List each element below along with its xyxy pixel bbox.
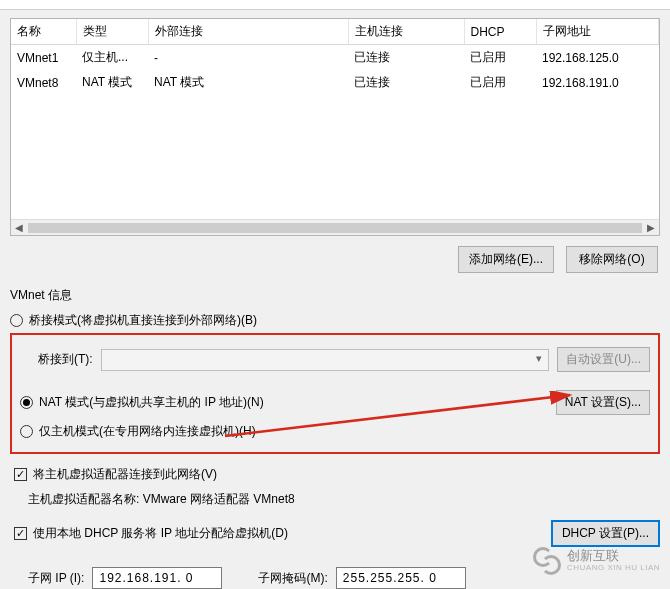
col-header-type[interactable]: 类型 <box>76 19 148 45</box>
titlebar: 虚拟网络编辑器 × <box>0 0 670 10</box>
content-area: 名称 类型 外部连接 主机连接 DHCP 子网地址 VMnet1 仅主机... … <box>0 10 670 589</box>
radio-icon <box>20 396 33 409</box>
bridge-to-select[interactable] <box>101 349 550 371</box>
table-button-row: 添加网络(E)... 移除网络(O) <box>10 246 658 273</box>
dhcp-check-row[interactable]: ✓ 使用本地 DHCP 服务将 IP 地址分配给虚拟机(D) DHCP 设置(P… <box>10 516 660 551</box>
bridge-to-label: 桥接到(T): <box>38 351 93 368</box>
bridge-to-row: 桥接到(T): 自动设置(U)... <box>20 343 650 376</box>
hostonly-mode-option[interactable]: 仅主机模式(在专用网络内连接虚拟机)(H) <box>20 419 650 444</box>
subnet-ip-input[interactable] <box>92 567 222 589</box>
cell-subnet: 192.168.125.0 <box>536 45 659 71</box>
cell-host: 已连接 <box>348 70 464 95</box>
scroll-right-icon[interactable]: ▶ <box>643 220 659 235</box>
bridge-mode-label: 桥接模式(将虚拟机直接连接到外部网络)(B) <box>29 312 257 329</box>
cell-type: 仅主机... <box>76 45 148 71</box>
vmnet-info-label: VMnet 信息 <box>10 287 660 304</box>
cell-ext: NAT 模式 <box>148 70 348 95</box>
nat-mode-option[interactable]: NAT 模式(与虚拟机共享主机的 IP 地址)(N) NAT 设置(S)... <box>20 386 650 419</box>
radio-icon <box>20 425 33 438</box>
table-header-row: 名称 类型 外部连接 主机连接 DHCP 子网地址 <box>11 19 659 45</box>
host-adapter-check-label: 将主机虚拟适配器连接到此网络(V) <box>33 466 217 483</box>
add-network-button[interactable]: 添加网络(E)... <box>458 246 554 273</box>
hostonly-mode-label: 仅主机模式(在专用网络内连接虚拟机)(H) <box>39 423 256 440</box>
cell-subnet: 192.168.191.0 <box>536 70 659 95</box>
subnet-ip-label: 子网 IP (I): <box>28 570 84 587</box>
scroll-left-icon[interactable]: ◀ <box>11 220 27 235</box>
cell-name: VMnet8 <box>11 70 76 95</box>
logo-icon <box>533 547 561 575</box>
cell-host: 已连接 <box>348 45 464 71</box>
cell-type: NAT 模式 <box>76 70 148 95</box>
subnet-mask-label: 子网掩码(M): <box>258 570 327 587</box>
checkbox-icon: ✓ <box>14 527 27 540</box>
network-table-wrap: 名称 类型 外部连接 主机连接 DHCP 子网地址 VMnet1 仅主机... … <box>10 18 660 236</box>
cell-dhcp: 已启用 <box>464 70 536 95</box>
logo-text: 创新互联 CHUANG XIN HU LIAN <box>567 549 660 572</box>
remove-network-button[interactable]: 移除网络(O) <box>566 246 658 273</box>
horizontal-scrollbar[interactable]: ◀ ▶ <box>11 219 659 235</box>
col-header-name[interactable]: 名称 <box>11 19 76 45</box>
col-header-host[interactable]: 主机连接 <box>348 19 464 45</box>
watermark-logo: 创新互联 CHUANG XIN HU LIAN <box>533 547 660 575</box>
subnet-mask-input[interactable] <box>336 567 466 589</box>
host-adapter-name-value: VMware 网络适配器 VMnet8 <box>143 492 295 506</box>
table-row[interactable]: VMnet1 仅主机... - 已连接 已启用 192.168.125.0 <box>11 45 659 71</box>
col-header-ext[interactable]: 外部连接 <box>148 19 348 45</box>
scroll-thumb[interactable] <box>28 223 642 233</box>
col-header-subnet[interactable]: 子网地址 <box>536 19 659 45</box>
host-adapter-name-row: 主机虚拟适配器名称: VMware 网络适配器 VMnet8 <box>10 487 660 512</box>
radio-icon <box>10 314 23 327</box>
highlighted-settings-box: 桥接到(T): 自动设置(U)... NAT 模式(与虚拟机共享主机的 IP 地… <box>10 333 660 454</box>
network-table[interactable]: 名称 类型 外部连接 主机连接 DHCP 子网地址 VMnet1 仅主机... … <box>11 19 659 95</box>
auto-settings-button[interactable]: 自动设置(U)... <box>557 347 650 372</box>
cell-ext: - <box>148 45 348 71</box>
dhcp-check-label: 使用本地 DHCP 服务将 IP 地址分配给虚拟机(D) <box>33 525 545 542</box>
cell-dhcp: 已启用 <box>464 45 536 71</box>
col-header-dhcp[interactable]: DHCP <box>464 19 536 45</box>
bridge-mode-option[interactable]: 桥接模式(将虚拟机直接连接到外部网络)(B) <box>10 308 660 333</box>
nat-mode-label: NAT 模式(与虚拟机共享主机的 IP 地址)(N) <box>39 394 550 411</box>
cell-name: VMnet1 <box>11 45 76 71</box>
table-row[interactable]: VMnet8 NAT 模式 NAT 模式 已连接 已启用 192.168.191… <box>11 70 659 95</box>
checkbox-icon: ✓ <box>14 468 27 481</box>
dhcp-settings-button[interactable]: DHCP 设置(P)... <box>551 520 660 547</box>
host-adapter-check-row[interactable]: ✓ 将主机虚拟适配器连接到此网络(V) <box>10 462 660 487</box>
nat-settings-button[interactable]: NAT 设置(S)... <box>556 390 650 415</box>
host-adapter-name-label: 主机虚拟适配器名称: <box>28 492 139 506</box>
